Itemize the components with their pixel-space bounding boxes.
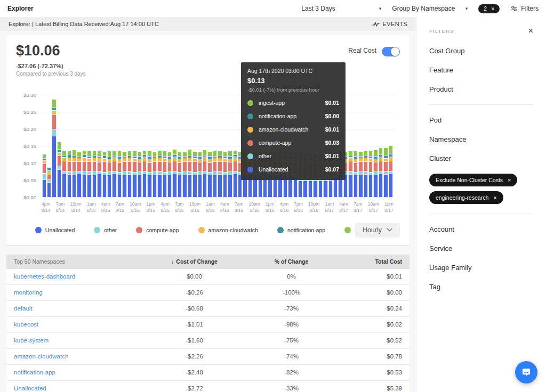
chart-bar[interactable]	[178, 151, 182, 197]
top-bar-controls: Last 3 Days ▾ Group By Namespace ▾ 2 × F…	[301, 4, 539, 13]
chart-bar[interactable]	[47, 167, 51, 197]
chart-bar[interactable]	[368, 151, 373, 197]
chart-bar[interactable]	[207, 151, 212, 197]
time-range-select[interactable]: Last 3 Days ▾	[301, 5, 381, 12]
chart-bar[interactable]	[188, 149, 192, 197]
namespace-link[interactable]: default	[14, 305, 146, 312]
chart-bar[interactable]	[92, 150, 97, 197]
real-cost-toggle[interactable]	[382, 47, 400, 56]
chart-bar[interactable]	[354, 151, 358, 197]
chart-bar[interactable]	[107, 150, 111, 197]
chip-remove-icon[interactable]: ×	[508, 177, 511, 183]
chart-bar[interactable]	[172, 149, 176, 197]
namespace-link[interactable]: monitoring	[14, 289, 146, 296]
filter-category-tag[interactable]: Tag	[429, 283, 533, 291]
chart-bar[interactable]	[373, 150, 378, 197]
chart-bar[interactable]	[127, 151, 132, 197]
filter-count-badge[interactable]: 2 ×	[478, 4, 500, 13]
column-header-pct-of-change[interactable]: % of Change	[243, 258, 340, 265]
chart-bar[interactable]	[364, 151, 368, 197]
legend-item-compute-app[interactable]: compute-app	[136, 227, 179, 233]
chart-bar[interactable]	[132, 150, 136, 197]
filters-button[interactable]: Filters	[510, 5, 539, 12]
close-icon[interactable]: ×	[528, 27, 533, 35]
chart-bar[interactable]	[389, 145, 393, 197]
namespace-link[interactable]: amazon-cloudwatch	[14, 353, 146, 360]
filter-category-product[interactable]: Product	[429, 85, 533, 93]
chart-bar[interactable]	[52, 99, 56, 197]
x-axis-label: 1pm8/16	[266, 201, 275, 214]
namespace-link[interactable]: notification-app	[14, 369, 146, 375]
filter-category-pod[interactable]: Pod	[429, 116, 533, 124]
filter-chip[interactable]: engineering-research×	[429, 191, 503, 204]
namespace-link[interactable]: kubernetes-dashboard	[14, 273, 146, 280]
filter-category-cluster[interactable]: Cluster	[429, 154, 533, 162]
chart-bar[interactable]	[152, 152, 157, 197]
bar-segment-ingest-app	[138, 151, 142, 156]
chart-bar[interactable]	[72, 150, 76, 197]
filter-category-usage-family[interactable]: Usage Family	[429, 264, 533, 272]
legend-item-amazon-cloudwatch[interactable]: amazon-cloudwatch	[198, 227, 258, 233]
chart-bar[interactable]	[192, 151, 197, 197]
namespace-link[interactable]: kubecost	[14, 321, 146, 328]
chart-bar[interactable]	[348, 151, 352, 197]
group-by-select[interactable]: Group By Namespace ▾	[392, 5, 468, 12]
chart-bar[interactable]	[167, 152, 172, 197]
chart-bar[interactable]	[82, 150, 86, 197]
chart-bar[interactable]	[117, 151, 122, 197]
chart-bar[interactable]	[147, 151, 151, 197]
chat-launcher-button[interactable]	[515, 361, 537, 383]
x-axis-date: 8/16	[280, 208, 289, 214]
interval-select[interactable]: Hourly	[355, 223, 400, 238]
filter-category-account[interactable]: Account	[429, 225, 533, 233]
chart-bar[interactable]	[62, 150, 66, 197]
filter-chip[interactable]: Exclude Non-Cluster Costs×	[429, 174, 517, 186]
chart-bar[interactable]	[42, 154, 46, 197]
chart-bar[interactable]	[57, 142, 61, 197]
chart-bar[interactable]	[379, 148, 383, 197]
chart-bar[interactable]	[218, 151, 222, 197]
bar-segment-Unallocated	[127, 174, 132, 197]
chart-bar[interactable]	[223, 151, 227, 197]
chart-bar[interactable]	[97, 150, 101, 197]
time-range-value: Last 3 Days	[301, 5, 335, 12]
filter-category-service[interactable]: Service	[429, 244, 533, 252]
chart-bar[interactable]	[233, 150, 237, 197]
chart-bar[interactable]	[383, 148, 388, 197]
bar-segment-amazon-cloudwatch	[47, 170, 51, 175]
chart-bar[interactable]	[163, 151, 167, 197]
column-header-total-cost[interactable]: Total Cost	[340, 258, 402, 265]
events-button[interactable]: EVENTS	[372, 21, 407, 27]
namespace-link[interactable]: Unallocated	[14, 385, 146, 391]
bar-segment-ingest-app	[167, 152, 172, 156]
chart-bar[interactable]	[203, 150, 207, 197]
chart-bar[interactable]	[358, 151, 363, 197]
column-header-cost-of-change[interactable]: ↓Cost of Change	[146, 258, 243, 265]
chart-bar[interactable]	[182, 152, 187, 197]
chart-bar[interactable]	[157, 150, 162, 197]
chart-bar[interactable]	[87, 151, 91, 197]
bar-segment-amazon-cloudwatch	[142, 157, 147, 161]
filter-category-cost-group[interactable]: Cost Group	[429, 47, 533, 55]
legend-item-other[interactable]: other	[94, 227, 117, 233]
chart-bar[interactable]	[213, 150, 217, 197]
namespace-link[interactable]: kube-system	[14, 337, 146, 344]
legend-item-unallocated[interactable]: Unallocated	[35, 227, 75, 233]
chart-bar[interactable]	[77, 152, 81, 197]
column-header-namespaces[interactable]: Top 50 Namespaces	[14, 258, 146, 265]
chip-remove-icon[interactable]: ×	[493, 195, 496, 201]
chart-bar[interactable]	[142, 150, 147, 197]
chart-bar[interactable]	[122, 151, 126, 197]
bar-segment-ingest-app	[92, 150, 97, 155]
chart-bar[interactable]	[138, 151, 142, 197]
chart-bar[interactable]	[198, 152, 202, 197]
legend-item-notification-app[interactable]: notification-app	[277, 227, 325, 233]
chart-bar[interactable]	[112, 150, 116, 197]
filter-category-namespace[interactable]: Namespace	[429, 135, 533, 143]
bar-segment-ingest-app	[218, 151, 222, 155]
filter-category-feature[interactable]: Feature	[429, 66, 533, 74]
chart-bar[interactable]	[102, 151, 107, 197]
clear-filters-icon[interactable]: ×	[491, 6, 494, 12]
chart-bar[interactable]	[67, 150, 71, 197]
chart-bar[interactable]	[228, 150, 232, 197]
